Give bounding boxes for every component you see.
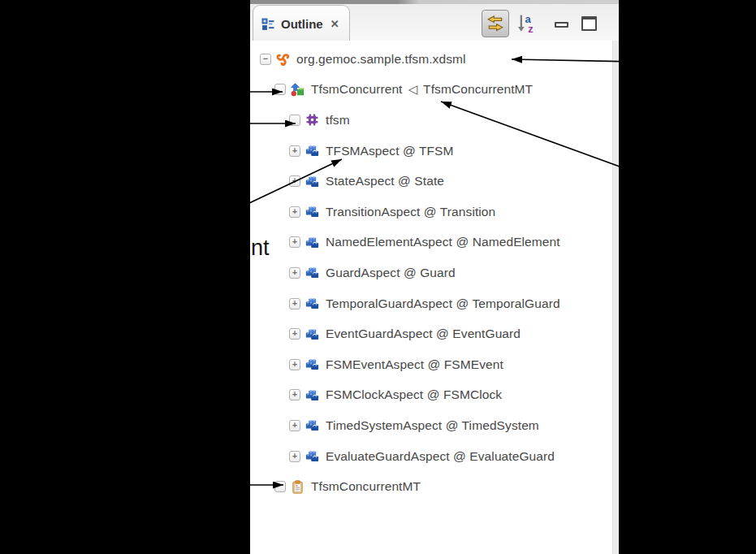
minimize-button[interactable] <box>551 17 571 32</box>
tree-row[interactable]: TfsmConcurrentMT <box>250 471 612 502</box>
sort-alphabetical-button[interactable]: az <box>515 11 539 36</box>
maximize-button[interactable] <box>579 13 598 34</box>
outline-view-panel: Outline ✕ az −org.gemoc.sample.tfsm.xd <box>250 0 619 554</box>
maximize-icon <box>581 16 597 31</box>
tree-row[interactable]: +FSMClockAspect @ FSMClock <box>250 380 612 411</box>
aspect-icon <box>305 388 319 402</box>
tree-expander-box-icon[interactable] <box>274 481 286 492</box>
tree-item-label: FSMClockAspect @ FSMClock <box>326 387 502 402</box>
tree-item-label: FSMEventAspect @ FSMEvent <box>326 357 503 372</box>
tree-item-label: TemporalGuardAspect @ TemporalGuard <box>326 296 560 311</box>
aspect-icon <box>305 449 319 463</box>
tree-item-label: EventGuardAspect @ EventGuard <box>326 327 521 341</box>
tree-item-reference-label: TfsmConcurrentMT <box>423 82 533 97</box>
tree-expander-plus-icon[interactable]: + <box>289 328 300 340</box>
tree-row[interactable]: −org.gemoc.sample.tfsm.xdsml <box>250 44 612 75</box>
tree-row[interactable]: TfsmConcurrent◁TfsmConcurrentMT <box>250 75 612 106</box>
aspect-icon <box>305 175 319 188</box>
tree-expander-plus-icon[interactable]: + <box>289 267 300 279</box>
tree-item-label: TFSMAspect @ TFSM <box>326 144 454 158</box>
tree-item-label: StateAspect @ State <box>326 174 444 188</box>
tree: −org.gemoc.sample.tfsm.xdsmlTfsmConcurre… <box>250 44 612 502</box>
aspect-icon <box>305 418 319 432</box>
aspect-icon <box>305 236 319 249</box>
aspect-icon <box>305 205 319 219</box>
annotation-text-fragment: nt <box>251 236 270 261</box>
tree-row[interactable]: +TransitionAspect @ Transition <box>250 197 612 227</box>
tree-row[interactable]: +EventGuardAspect @ EventGuard <box>250 318 612 349</box>
sort-alphabetical-icon: az <box>516 13 538 34</box>
aspect-icon <box>305 357 319 371</box>
tree-row[interactable]: +StateAspect @ State <box>250 166 612 197</box>
tree-row[interactable]: +FSMEventAspect @ FSMEvent <box>250 349 612 380</box>
link-with-editor-button[interactable] <box>482 10 509 37</box>
tree-item-label: tfsm <box>326 113 350 128</box>
minimize-icon <box>555 22 568 28</box>
tree-row[interactable]: +EvaluateGuardAspect @ EvaluateGuard <box>250 441 612 472</box>
view-toolbar: az <box>250 4 619 41</box>
tree-expander-plus-icon[interactable]: + <box>289 359 300 370</box>
tree-item-label: org.gemoc.sample.tfsm.xdsml <box>296 52 466 67</box>
tree-row[interactable]: +NamedElementAspect @ NamedElement <box>250 227 612 258</box>
aspect-icon <box>305 296 319 310</box>
language-icon <box>291 83 305 97</box>
tree-item-label: EvaluateGuardAspect @ EvaluateGuard <box>326 449 555 464</box>
tree-expander-plus-icon[interactable]: + <box>289 206 300 218</box>
tree-expander-plus-icon[interactable]: + <box>289 298 300 309</box>
svg-text:z: z <box>528 23 534 34</box>
tree-expander-plus-icon[interactable]: + <box>289 389 300 400</box>
tree-expander-plus-icon[interactable]: + <box>289 451 300 462</box>
gemoc-logo-icon <box>276 52 290 66</box>
aspect-icon <box>305 144 319 158</box>
screenshot-stage: Outline ✕ az −org.gemoc.sample.tfsm.xd <box>0 0 756 554</box>
tree-row[interactable]: +GuardAspect @ Guard <box>250 258 612 288</box>
tree-expander-box-icon[interactable] <box>289 115 300 126</box>
tree-item-label: TransitionAspect @ Transition <box>326 205 495 219</box>
tree-expander-plus-icon[interactable]: + <box>289 175 300 187</box>
tree-expander-minus-icon[interactable]: − <box>260 54 271 65</box>
tree-item-label: GuardAspect @ Guard <box>326 266 456 280</box>
scrollbar-track[interactable] <box>612 41 619 554</box>
tree-expander-plus-icon[interactable]: + <box>289 145 300 157</box>
ecore-package-icon <box>305 113 319 127</box>
reference-triangle-icon: ◁ <box>408 82 418 97</box>
link-with-editor-icon <box>486 15 504 32</box>
tree-row[interactable]: +TimedSystemAspect @ TimedSystem <box>250 410 612 441</box>
aspect-icon <box>305 266 319 279</box>
tree-row[interactable]: +TFSMAspect @ TFSM <box>250 136 612 167</box>
tree-expander-plus-icon[interactable]: + <box>289 236 300 248</box>
tree-item-label: TfsmConcurrentMT <box>311 479 421 494</box>
view-tab-bar: Outline ✕ az <box>250 4 619 41</box>
tree-row[interactable]: +TemporalGuardAspect @ TemporalGuard <box>250 288 612 319</box>
tree-expander-plus-icon[interactable]: + <box>289 420 300 431</box>
tree-item-label: TfsmConcurrent <box>311 82 403 97</box>
aspect-icon <box>305 327 319 341</box>
tree-item-label: NamedElementAspect @ NamedElement <box>326 235 560 249</box>
tree-row[interactable]: tfsm <box>250 105 612 136</box>
tree-expander-box-icon[interactable] <box>274 84 286 95</box>
clipboard-icon <box>291 480 305 494</box>
tree-item-label: TimedSystemAspect @ TimedSystem <box>326 418 539 433</box>
outline-content: −org.gemoc.sample.tfsm.xdsmlTfsmConcurre… <box>250 41 619 554</box>
